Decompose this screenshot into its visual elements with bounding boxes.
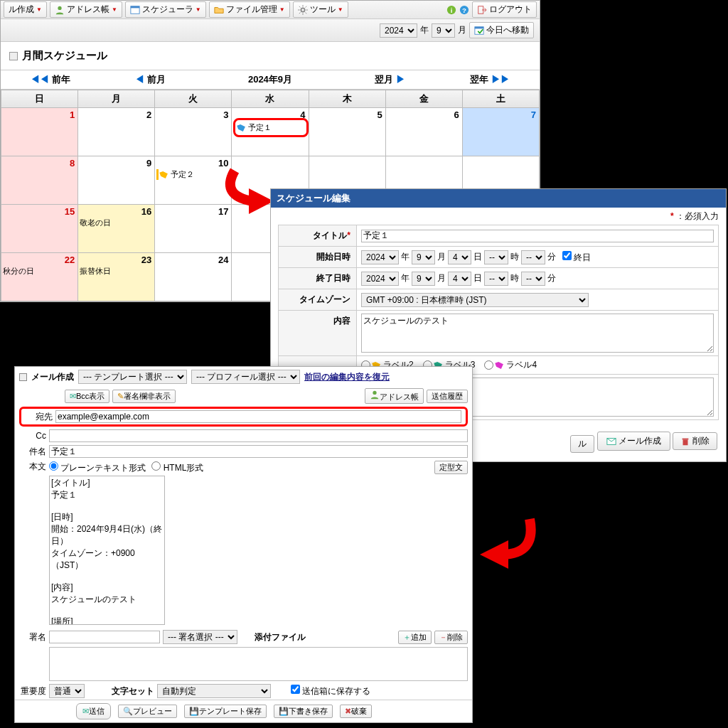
sign-label: 署名: [19, 631, 46, 643]
cal-cell[interactable]: 3: [155, 108, 232, 156]
mail-compose-icon: [606, 437, 616, 446]
svg-rect-12: [683, 439, 688, 445]
attach-add[interactable]: ＋追加: [398, 631, 432, 644]
end-min[interactable]: --: [521, 272, 545, 286]
profile-select[interactable]: --- プロフィール選択 ---: [191, 370, 300, 384]
svg-text:?: ?: [462, 6, 466, 14]
priority-select[interactable]: 普通: [49, 684, 85, 698]
compose-mail-button[interactable]: メール作成: [597, 432, 670, 451]
body-textarea[interactable]: [49, 476, 165, 625]
start-hour[interactable]: --: [484, 250, 508, 264]
gear-icon: [298, 5, 308, 15]
sign-input[interactable]: [49, 631, 160, 643]
tag-icon: [159, 169, 170, 180]
svg-rect-10: [475, 26, 483, 28]
event-appt1[interactable]: 予定１: [233, 118, 308, 137]
fixed-text-button[interactable]: 定型文: [434, 461, 468, 474]
prev-month-button[interactable]: ◀ 前月: [100, 70, 200, 89]
goto-today-button[interactable]: 今日へ移動: [469, 22, 534, 38]
other-button[interactable]: ル: [570, 435, 594, 453]
top-toolbar: ル作成▼ アドレス帳▼ スケジューラ▼ ファイル管理▼ ツール▼ i ? ログア…: [1, 1, 540, 19]
end-year[interactable]: 2024: [361, 272, 399, 286]
next-year-button[interactable]: 翌年 ▶▶: [440, 70, 540, 89]
month-nav: ◀◀ 前年 ◀ 前月 2024年9月 翌月 ▶ 翌年 ▶▶: [1, 70, 540, 90]
dow-mon: 月: [78, 90, 155, 108]
delete-button[interactable]: 削除: [673, 432, 717, 450]
send-history[interactable]: 送信履歴: [427, 390, 468, 403]
month-select[interactable]: 9: [432, 23, 455, 38]
dow-tue: 火: [155, 90, 232, 108]
open-addressbook[interactable]: アドレス帳: [365, 388, 424, 404]
start-day[interactable]: 4: [448, 250, 471, 264]
sign-select[interactable]: --- 署名選択 ---: [163, 630, 237, 644]
svg-rect-2: [131, 6, 139, 8]
tag-icon: [237, 122, 247, 133]
cal-cell[interactable]: 15: [1, 205, 78, 253]
save-draft-button[interactable]: 💾下書き保存: [274, 705, 333, 718]
template-select[interactable]: --- テンプレート選択 ---: [78, 370, 187, 384]
nav-scheduler[interactable]: スケジューラ▼: [125, 1, 206, 18]
end-day[interactable]: 4: [448, 272, 471, 286]
cal-cell[interactable]: 1: [1, 108, 78, 156]
to-input[interactable]: [55, 410, 461, 423]
html-radio[interactable]: HTML形式: [151, 461, 203, 474]
next-month-button[interactable]: 翌月 ▶: [340, 70, 439, 89]
end-month[interactable]: 9: [412, 272, 435, 286]
prev-year-button[interactable]: ◀◀ 前年: [1, 70, 100, 89]
cal-cell[interactable]: 22秋分の日: [1, 253, 78, 301]
dow-fri: 金: [385, 90, 462, 108]
cal-cell[interactable]: 5: [309, 108, 385, 156]
edit-header: スケジュール編集: [271, 189, 726, 208]
end-hour[interactable]: --: [484, 272, 508, 286]
plain-radio[interactable]: プレーンテキスト形式: [49, 461, 146, 474]
subject-label: 件名: [19, 446, 46, 458]
restore-link[interactable]: 前回の編集内容を復元: [304, 371, 390, 383]
save-sent-check[interactable]: 送信箱に保存する: [291, 685, 370, 697]
year-select[interactable]: 2024: [380, 23, 417, 38]
cal-cell[interactable]: 4 予定１: [232, 108, 309, 156]
user-icon: [370, 390, 380, 400]
cal-cell[interactable]: 8: [1, 156, 78, 205]
label-chip[interactable]: ラベル4: [484, 359, 537, 371]
folder-icon: [214, 5, 224, 15]
cc-label: Cc: [19, 431, 46, 441]
allday-check[interactable]: 終日: [562, 251, 591, 264]
cal-cell[interactable]: 23振替休日: [78, 253, 155, 301]
compose-header: メール作成 --- テンプレート選択 --- --- プロフィール選択 --- …: [15, 367, 472, 387]
to-label: 宛先: [26, 411, 53, 423]
dow-thu: 木: [309, 90, 385, 108]
cal-cell[interactable]: 2: [78, 108, 155, 156]
tz-select[interactable]: GMT +09:00 : 日本標準時 (JST): [361, 293, 589, 307]
help-icon[interactable]: ?: [459, 5, 469, 15]
nav-tool[interactable]: ツール▼: [293, 1, 348, 18]
bcc-toggle[interactable]: ✉Bcc表示: [65, 390, 109, 403]
start-min[interactable]: --: [521, 250, 545, 264]
cc-input[interactable]: [49, 429, 468, 442]
nav-compose[interactable]: ル作成▼: [4, 1, 47, 18]
nav-addressbook[interactable]: アドレス帳▼: [50, 1, 122, 18]
title-input[interactable]: [361, 230, 714, 242]
content-textarea[interactable]: [361, 314, 714, 353]
cal-cell[interactable]: 7: [462, 108, 539, 156]
attach-box[interactable]: [49, 647, 468, 681]
trash-icon: [680, 437, 690, 446]
info-icon[interactable]: i: [446, 5, 456, 15]
charset-select[interactable]: 自動判定: [157, 684, 271, 698]
sig-toggle[interactable]: ✎署名欄非表示: [112, 390, 176, 403]
cal-cell[interactable]: 6: [385, 108, 462, 156]
save-template-button[interactable]: 💾テンプレート保存: [184, 705, 267, 718]
calendar-icon: [130, 5, 140, 15]
cal-cell[interactable]: 16敬老の日: [78, 205, 155, 253]
discard-button[interactable]: ✖破棄: [340, 705, 372, 718]
cal-cell[interactable]: 24: [155, 253, 232, 301]
attach-del[interactable]: －削除: [434, 631, 468, 644]
start-month[interactable]: 9: [412, 250, 435, 264]
nav-filemgr[interactable]: ファイル管理▼: [209, 1, 290, 18]
preview-button[interactable]: 🔍プレビュー: [118, 705, 177, 718]
send-button[interactable]: ✉送信: [76, 703, 111, 719]
start-year[interactable]: 2024: [361, 250, 399, 264]
cal-cell[interactable]: 9: [78, 156, 155, 205]
logout-button[interactable]: ログアウト: [472, 1, 537, 18]
svg-point-3: [301, 8, 304, 11]
subject-input[interactable]: [49, 445, 468, 458]
